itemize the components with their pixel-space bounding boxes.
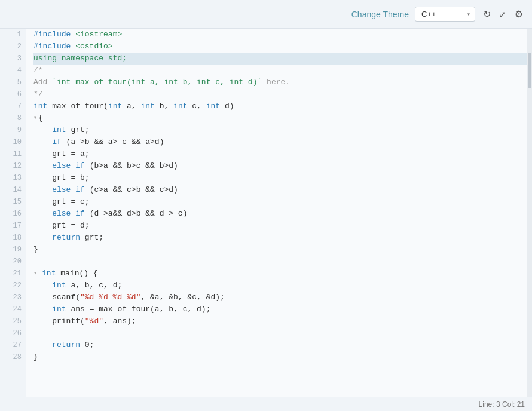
language-selector[interactable]: C++CJavaPythonJavaScript ▾ <box>415 7 475 22</box>
token: } <box>33 244 38 256</box>
token: Add <box>33 76 52 88</box>
token: d) <box>225 100 234 112</box>
code-line: printf("%d", ans); <box>33 315 527 327</box>
line-number: 2 <box>7 41 22 53</box>
status-bar: Line: 3 Col: 21 <box>0 397 532 411</box>
token: c, <box>192 100 206 112</box>
code-line: int ans = max_of_four(a, b, c, d); <box>33 303 527 315</box>
line-number: 26 <box>7 327 22 339</box>
token: else <box>33 160 75 172</box>
line-number: 23 <box>7 292 22 303</box>
code-line: int grt; <box>33 124 527 136</box>
line-number: 25 <box>7 315 22 327</box>
line-number: 1 <box>7 29 22 41</box>
line-number: 5 <box>7 76 22 88</box>
line-number: 19 <box>7 244 22 256</box>
line-number: 17 <box>7 220 22 232</box>
settings-button[interactable]: ⚙ <box>513 7 525 22</box>
token: if <box>75 208 89 220</box>
token: int <box>206 100 225 112</box>
code-line: if (a >b && a> c && a>d) <box>33 136 527 148</box>
code-line: } <box>33 351 527 363</box>
token: int <box>33 303 71 315</box>
code-line: else if (c>a && c>b && c>d) <box>33 184 527 196</box>
token: "%d %d %d %d" <box>80 292 140 303</box>
line-number: 13 <box>7 172 22 184</box>
refresh-icon: ↻ <box>483 8 491 20</box>
line-number: 7 <box>7 100 22 112</box>
token: (b>a && b>c && b>d) <box>90 160 178 172</box>
token: int <box>173 100 192 112</box>
code-line: scanf("%d %d %d %d", &a, &b, &c, &d); <box>33 292 527 303</box>
code-line: #include <iostream> <box>33 29 527 41</box>
token: scanf( <box>33 292 80 303</box>
header: Change Theme C++CJavaPythonJavaScript ▾ … <box>0 0 532 29</box>
token: using namespace std; <box>33 53 127 65</box>
token: int <box>33 124 71 136</box>
token: if <box>75 160 89 172</box>
code-line: Add `int max_of_four(int a, int b, int c… <box>33 76 527 88</box>
token: /* <box>33 65 43 76</box>
editor-container: 1234567891011121314151617181920212223242… <box>0 29 532 397</box>
line-number: 6 <box>7 88 22 100</box>
line-number: 22 <box>7 280 22 292</box>
token: ▾ <box>33 268 41 280</box>
token: { <box>38 112 43 124</box>
expand-button[interactable]: ⤢ <box>497 8 508 21</box>
code-line: grt = a; <box>33 148 527 160</box>
scrollbar-thumb[interactable] <box>528 53 531 88</box>
line-number: 18 <box>7 232 22 244</box>
line-number: 12 <box>7 160 22 172</box>
token: a, b, c, d; <box>71 280 122 292</box>
line-number: 28 <box>7 351 22 363</box>
line-number: 11 <box>7 148 22 160</box>
code-line: else if (b>a && b>c && b>d) <box>33 160 527 172</box>
token: grt = a; <box>33 148 90 160</box>
code-line: #include <cstdio> <box>33 41 527 53</box>
line-numbers: 1234567891011121314151617181920212223242… <box>0 29 26 397</box>
token: "%d" <box>85 315 103 327</box>
code-line: grt = b; <box>33 172 527 184</box>
scrollbar-track[interactable] <box>527 29 532 397</box>
code-line: ▾ int main() { <box>33 268 527 280</box>
token: b, <box>160 100 173 112</box>
code-line: grt = d; <box>33 220 527 232</box>
change-theme-label: Change Theme <box>351 10 409 19</box>
language-select[interactable]: C++CJavaPythonJavaScript <box>415 7 475 22</box>
code-line: return 0; <box>33 339 527 351</box>
token: int <box>42 268 60 280</box>
code-line: } <box>33 244 527 256</box>
code-area[interactable]: #include <iostream>#include <cstdio>usin… <box>26 29 527 397</box>
code-line: */ <box>33 88 527 100</box>
token: here. <box>262 76 290 88</box>
token: (a >b && a> c && a>d) <box>66 136 164 148</box>
token: (d >a&& d>b && d > c) <box>90 208 188 220</box>
token: max_of_four( <box>52 100 108 112</box>
line-number: 14 <box>7 184 22 196</box>
token: #include <box>33 29 75 41</box>
token: 0; <box>85 339 94 351</box>
token: else <box>33 184 75 196</box>
cursor-position: Line: 3 Col: 21 <box>479 400 525 409</box>
code-line <box>33 327 527 339</box>
code-line: ▾{ <box>33 112 527 124</box>
code-line: else if (d >a&& d>b && d > c) <box>33 208 527 220</box>
line-number: 10 <box>7 136 22 148</box>
token: grt = b; <box>33 172 90 184</box>
token: */ <box>33 88 43 100</box>
token: } <box>33 351 38 363</box>
token: if <box>75 184 89 196</box>
code-line: int a, b, c, d; <box>33 280 527 292</box>
token: grt = c; <box>33 196 90 208</box>
line-number: 21 <box>7 268 22 280</box>
token: ▾ <box>33 112 37 124</box>
token: <cstdio> <box>75 41 112 53</box>
token: return <box>33 339 85 351</box>
line-number: 24 <box>7 303 22 315</box>
token: int <box>33 280 71 292</box>
refresh-button[interactable]: ↻ <box>481 7 493 22</box>
line-number: 20 <box>7 256 22 268</box>
line-number: 4 <box>7 65 22 76</box>
token: if <box>33 136 66 148</box>
token: ans = max_of_four(a, b, c, d); <box>71 303 210 315</box>
